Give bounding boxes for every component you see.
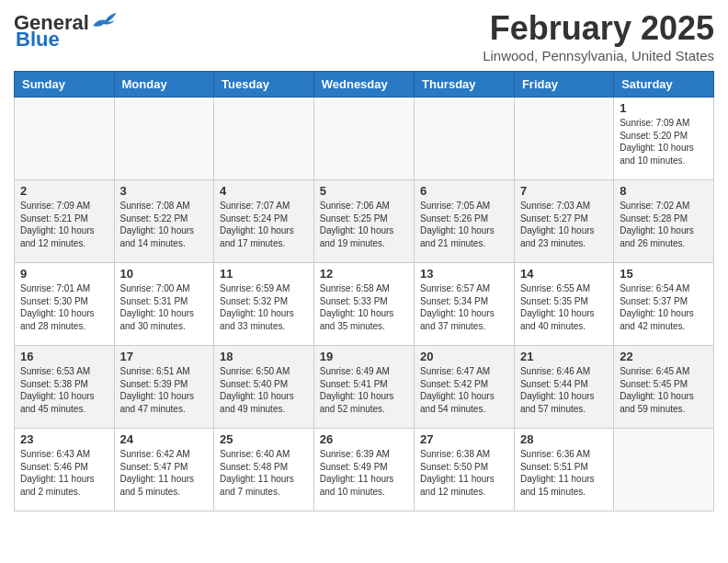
calendar-cell: 9Sunrise: 7:01 AM Sunset: 5:30 PM Daylig… bbox=[15, 263, 115, 346]
calendar-cell: 5Sunrise: 7:06 AM Sunset: 5:25 PM Daylig… bbox=[313, 180, 414, 263]
day-info: Sunrise: 6:51 AM Sunset: 5:39 PM Dayligh… bbox=[120, 365, 209, 415]
day-number: 17 bbox=[120, 350, 209, 363]
calendar-cell: 17Sunrise: 6:51 AM Sunset: 5:39 PM Dayli… bbox=[114, 346, 214, 429]
weekday-header-row: SundayMondayTuesdayWednesdayThursdayFrid… bbox=[15, 72, 714, 98]
calendar-cell: 7Sunrise: 7:03 AM Sunset: 5:27 PM Daylig… bbox=[514, 180, 613, 263]
day-number: 13 bbox=[420, 267, 508, 281]
day-number: 9 bbox=[20, 267, 108, 281]
calendar-cell bbox=[415, 98, 515, 180]
day-number: 22 bbox=[620, 350, 708, 363]
calendar-cell: 4Sunrise: 7:07 AM Sunset: 5:24 PM Daylig… bbox=[214, 180, 314, 263]
calendar-cell: 11Sunrise: 6:59 AM Sunset: 5:32 PM Dayli… bbox=[214, 263, 314, 346]
day-info: Sunrise: 7:01 AM Sunset: 5:30 PM Dayligh… bbox=[20, 282, 108, 332]
day-info: Sunrise: 6:55 AM Sunset: 5:35 PM Dayligh… bbox=[520, 282, 608, 332]
day-info: Sunrise: 6:46 AM Sunset: 5:44 PM Dayligh… bbox=[520, 365, 608, 415]
weekday-header-sunday: Sunday bbox=[15, 72, 115, 98]
day-number: 8 bbox=[620, 184, 708, 198]
calendar-cell: 21Sunrise: 6:46 AM Sunset: 5:44 PM Dayli… bbox=[514, 346, 613, 429]
day-number: 4 bbox=[220, 184, 308, 198]
day-info: Sunrise: 6:49 AM Sunset: 5:41 PM Dayligh… bbox=[320, 365, 408, 415]
day-number: 7 bbox=[520, 184, 608, 198]
day-info: Sunrise: 6:36 AM Sunset: 5:51 PM Dayligh… bbox=[520, 448, 608, 498]
calendar-cell: 22Sunrise: 6:45 AM Sunset: 5:45 PM Dayli… bbox=[614, 346, 714, 429]
day-number: 1 bbox=[620, 101, 708, 115]
day-info: Sunrise: 6:59 AM Sunset: 5:32 PM Dayligh… bbox=[220, 282, 308, 332]
day-number: 10 bbox=[120, 267, 209, 281]
calendar-cell: 2Sunrise: 7:09 AM Sunset: 5:21 PM Daylig… bbox=[15, 180, 115, 263]
calendar-cell bbox=[614, 429, 714, 511]
calendar-week-row: 16Sunrise: 6:53 AM Sunset: 5:38 PM Dayli… bbox=[15, 346, 714, 429]
title-area: February 2025 Linwood, Pennsylvania, Uni… bbox=[483, 9, 714, 63]
day-number: 27 bbox=[420, 432, 508, 446]
day-number: 24 bbox=[120, 432, 209, 446]
calendar-cell: 10Sunrise: 7:00 AM Sunset: 5:31 PM Dayli… bbox=[114, 263, 214, 346]
calendar-cell bbox=[15, 98, 115, 180]
day-number: 12 bbox=[320, 267, 408, 281]
weekday-header-friday: Friday bbox=[514, 72, 613, 98]
day-number: 16 bbox=[20, 350, 108, 363]
calendar-cell bbox=[114, 98, 214, 180]
day-info: Sunrise: 6:53 AM Sunset: 5:38 PM Dayligh… bbox=[20, 365, 108, 415]
logo: General Blue bbox=[14, 9, 117, 52]
day-info: Sunrise: 6:42 AM Sunset: 5:47 PM Dayligh… bbox=[120, 448, 209, 498]
day-info: Sunrise: 6:57 AM Sunset: 5:34 PM Dayligh… bbox=[420, 282, 508, 332]
calendar-week-row: 1Sunrise: 7:09 AM Sunset: 5:20 PM Daylig… bbox=[15, 98, 714, 180]
calendar-cell: 25Sunrise: 6:40 AM Sunset: 5:48 PM Dayli… bbox=[214, 429, 314, 511]
weekday-header-saturday: Saturday bbox=[614, 72, 714, 98]
calendar-cell: 18Sunrise: 6:50 AM Sunset: 5:40 PM Dayli… bbox=[214, 346, 314, 429]
day-info: Sunrise: 7:08 AM Sunset: 5:22 PM Dayligh… bbox=[120, 200, 209, 249]
day-info: Sunrise: 6:47 AM Sunset: 5:42 PM Dayligh… bbox=[420, 365, 508, 415]
calendar-cell: 23Sunrise: 6:43 AM Sunset: 5:46 PM Dayli… bbox=[15, 429, 115, 511]
day-number: 21 bbox=[520, 350, 608, 363]
calendar-cell: 27Sunrise: 6:38 AM Sunset: 5:50 PM Dayli… bbox=[415, 429, 515, 511]
day-number: 14 bbox=[520, 267, 608, 281]
weekday-header-monday: Monday bbox=[114, 72, 214, 98]
day-info: Sunrise: 6:45 AM Sunset: 5:45 PM Dayligh… bbox=[620, 365, 708, 415]
header: General Blue February 2025 Linwood, Penn… bbox=[14, 9, 714, 63]
calendar-cell: 26Sunrise: 6:39 AM Sunset: 5:49 PM Dayli… bbox=[313, 429, 414, 511]
weekday-header-tuesday: Tuesday bbox=[214, 72, 314, 98]
calendar-cell: 1Sunrise: 7:09 AM Sunset: 5:20 PM Daylig… bbox=[614, 98, 714, 180]
calendar-cell bbox=[313, 98, 414, 180]
day-number: 6 bbox=[420, 184, 508, 198]
calendar-cell: 12Sunrise: 6:58 AM Sunset: 5:33 PM Dayli… bbox=[313, 263, 414, 346]
day-info: Sunrise: 6:54 AM Sunset: 5:37 PM Dayligh… bbox=[620, 282, 708, 332]
day-number: 19 bbox=[320, 350, 408, 363]
day-number: 20 bbox=[420, 350, 508, 363]
day-info: Sunrise: 7:00 AM Sunset: 5:31 PM Dayligh… bbox=[120, 282, 209, 332]
calendar-cell: 14Sunrise: 6:55 AM Sunset: 5:35 PM Dayli… bbox=[514, 263, 613, 346]
day-number: 23 bbox=[20, 432, 108, 446]
day-info: Sunrise: 7:09 AM Sunset: 5:20 PM Dayligh… bbox=[620, 117, 708, 167]
day-number: 2 bbox=[20, 184, 108, 198]
calendar-week-row: 23Sunrise: 6:43 AM Sunset: 5:46 PM Dayli… bbox=[15, 429, 714, 511]
day-info: Sunrise: 6:38 AM Sunset: 5:50 PM Dayligh… bbox=[420, 448, 508, 498]
calendar-cell bbox=[214, 98, 314, 180]
day-number: 26 bbox=[320, 432, 408, 446]
calendar-cell bbox=[514, 98, 613, 180]
day-info: Sunrise: 6:40 AM Sunset: 5:48 PM Dayligh… bbox=[220, 448, 308, 498]
calendar-cell: 28Sunrise: 6:36 AM Sunset: 5:51 PM Dayli… bbox=[514, 429, 613, 511]
calendar-cell: 8Sunrise: 7:02 AM Sunset: 5:28 PM Daylig… bbox=[614, 180, 714, 263]
day-number: 28 bbox=[520, 432, 608, 446]
day-number: 25 bbox=[220, 432, 308, 446]
weekday-header-thursday: Thursday bbox=[415, 72, 515, 98]
day-info: Sunrise: 7:05 AM Sunset: 5:26 PM Dayligh… bbox=[420, 200, 508, 249]
calendar-week-row: 9Sunrise: 7:01 AM Sunset: 5:30 PM Daylig… bbox=[15, 263, 714, 346]
day-info: Sunrise: 7:06 AM Sunset: 5:25 PM Dayligh… bbox=[320, 200, 408, 249]
calendar-cell: 15Sunrise: 6:54 AM Sunset: 5:37 PM Dayli… bbox=[614, 263, 714, 346]
calendar-cell: 13Sunrise: 6:57 AM Sunset: 5:34 PM Dayli… bbox=[415, 263, 515, 346]
day-number: 18 bbox=[220, 350, 308, 363]
day-number: 3 bbox=[120, 184, 209, 198]
calendar-week-row: 2Sunrise: 7:09 AM Sunset: 5:21 PM Daylig… bbox=[15, 180, 714, 263]
calendar-cell: 3Sunrise: 7:08 AM Sunset: 5:22 PM Daylig… bbox=[114, 180, 214, 263]
calendar-cell: 16Sunrise: 6:53 AM Sunset: 5:38 PM Dayli… bbox=[15, 346, 115, 429]
day-number: 11 bbox=[220, 267, 308, 281]
calendar-table: SundayMondayTuesdayWednesdayThursdayFrid… bbox=[14, 71, 714, 511]
weekday-header-wednesday: Wednesday bbox=[313, 72, 414, 98]
day-info: Sunrise: 7:09 AM Sunset: 5:21 PM Dayligh… bbox=[20, 200, 108, 249]
calendar-cell: 20Sunrise: 6:47 AM Sunset: 5:42 PM Dayli… bbox=[415, 346, 515, 429]
logo-blue-text: Blue bbox=[16, 28, 60, 52]
calendar-cell: 19Sunrise: 6:49 AM Sunset: 5:41 PM Dayli… bbox=[313, 346, 414, 429]
logo-bird-icon bbox=[91, 9, 117, 29]
day-number: 5 bbox=[320, 184, 408, 198]
